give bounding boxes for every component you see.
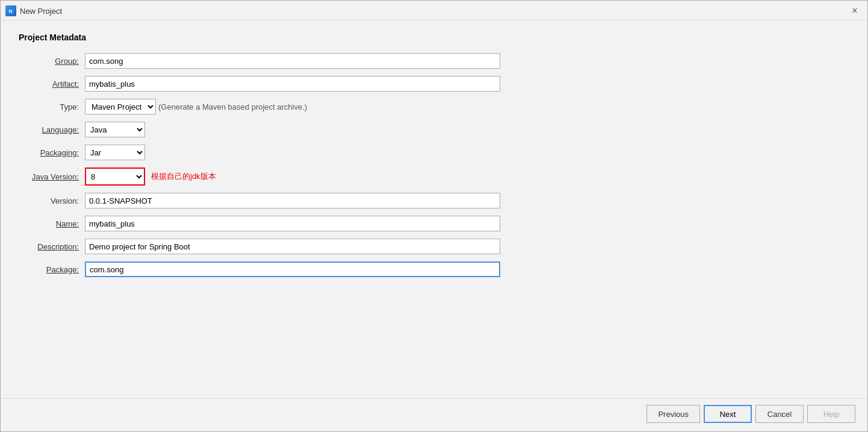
type-description: (Generate a Maven based project archive.… — [158, 102, 307, 111]
description-row: Description: — [19, 239, 849, 254]
version-label: Version: — [19, 196, 85, 205]
packaging-row: Packaging: Jar War — [19, 145, 849, 160]
section-title: Project Metadata — [19, 33, 849, 42]
new-project-dialog: N New Project × Project Metadata Group: … — [0, 0, 868, 432]
java-version-note: 根据自己的jdk版本 — [151, 171, 216, 182]
type-row: Type: Maven Project Gradle Project (Gene… — [19, 99, 849, 114]
version-row: Version: — [19, 193, 849, 208]
title-bar-left: N New Project — [5, 5, 62, 16]
svg-text:N: N — [9, 8, 13, 14]
type-select[interactable]: Maven Project Gradle Project — [85, 99, 156, 114]
close-button[interactable]: × — [848, 4, 861, 17]
package-input[interactable] — [85, 261, 500, 277]
package-label: Package: — [19, 265, 85, 274]
cancel-button[interactable]: Cancel — [755, 405, 804, 423]
artifact-input[interactable] — [85, 76, 500, 92]
type-label: Type: — [19, 102, 85, 111]
java-version-row: Java Version: 8 11 17 21 根据自己的jdk版本 — [19, 167, 849, 186]
packaging-label: Packaging: — [19, 148, 85, 157]
name-label: Name: — [19, 219, 85, 228]
name-row: Name: — [19, 216, 849, 231]
dialog-icon: N — [5, 5, 16, 16]
packaging-select[interactable]: Jar War — [85, 145, 145, 160]
dialog-content: Project Metadata Group: Artifact: Type: … — [1, 20, 867, 398]
help-button[interactable]: Help — [807, 405, 855, 423]
language-label: Language: — [19, 125, 85, 134]
next-button[interactable]: Next — [704, 405, 752, 423]
description-label: Description: — [19, 242, 85, 251]
dialog-title: New Project — [20, 7, 62, 16]
title-bar: N New Project × — [1, 1, 867, 20]
java-version-container: 8 11 17 21 根据自己的jdk版本 — [85, 167, 216, 186]
language-row: Language: Java Kotlin Groovy — [19, 122, 849, 137]
java-version-select[interactable]: 8 11 17 21 — [86, 169, 144, 184]
description-input[interactable] — [85, 239, 500, 254]
artifact-row: Artifact: — [19, 76, 849, 92]
previous-button[interactable]: Previous — [646, 405, 700, 423]
java-version-select-wrapper: 8 11 17 21 — [85, 167, 145, 186]
java-version-label: Java Version: — [19, 172, 85, 181]
dialog-footer: Previous Next Cancel Help — [1, 398, 867, 431]
group-row: Group: — [19, 53, 849, 69]
language-select[interactable]: Java Kotlin Groovy — [85, 122, 145, 137]
group-label: Group: — [19, 57, 85, 66]
type-select-container: Maven Project Gradle Project (Generate a… — [85, 99, 307, 114]
artifact-label: Artifact: — [19, 80, 85, 89]
name-input[interactable] — [85, 216, 500, 231]
package-row: Package: — [19, 261, 849, 277]
version-input[interactable] — [85, 193, 500, 208]
group-input[interactable] — [85, 53, 500, 69]
